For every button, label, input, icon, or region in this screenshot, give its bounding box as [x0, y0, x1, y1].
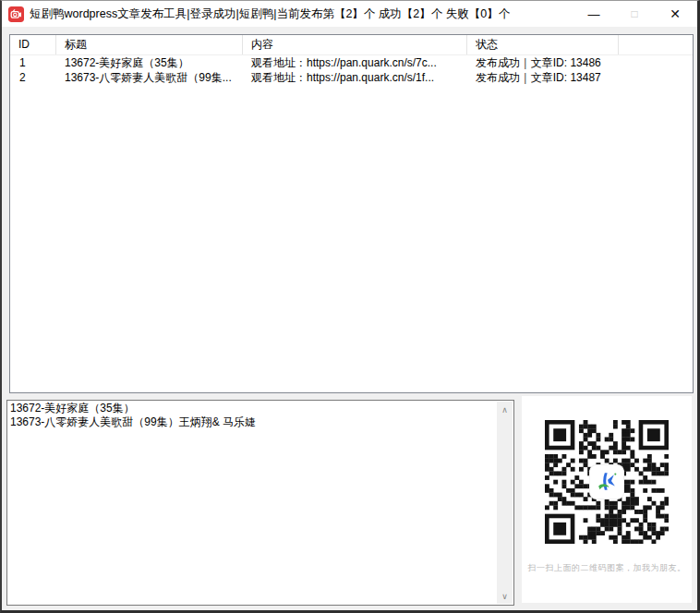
titlebar: 短剧鸭wordpress文章发布工具|登录成功|短剧鸭|当前发布第【2】个 成功… [2, 1, 697, 27]
minimize-button[interactable]: — [573, 1, 614, 27]
table-body: 113672-美好家庭（35集）观看地址：https://pan.quark.c… [10, 55, 693, 85]
qr-code [545, 420, 669, 544]
cell-id: 1 [10, 55, 56, 70]
close-button[interactable]: ✕ [655, 1, 695, 27]
scroll-down-icon[interactable]: ∨ [497, 588, 513, 604]
qr-caption: 扫一扫上面的二维码图案，加我为朋友。 [522, 562, 692, 574]
cell-id: 2 [10, 70, 56, 85]
column-header-content[interactable]: 内容 [243, 35, 467, 54]
cell-content: 观看地址：https://pan.quark.cn/s/7c... [243, 55, 467, 70]
qr-panel: 扫一扫上面的二维码图案，加我为朋友。 [522, 396, 692, 603]
app-window: 短剧鸭wordpress文章发布工具|登录成功|短剧鸭|当前发布第【2】个 成功… [0, 0, 700, 613]
titles-textarea[interactable]: 13672-美好家庭（35集）13673-八零娇妻人美歌甜（99集）王炳翔& 马… [6, 400, 514, 606]
cell-title: 13672-美好家庭（35集） [56, 55, 243, 70]
table-row[interactable]: 113672-美好家庭（35集）观看地址：https://pan.quark.c… [10, 55, 693, 70]
cell-status: 发布成功｜文章ID: 13486 [467, 55, 619, 70]
app-icon [8, 6, 24, 22]
window-title: 短剧鸭wordpress文章发布工具|登录成功|短剧鸭|当前发布第【2】个 成功… [30, 1, 510, 27]
column-header-id[interactable]: ID [10, 35, 56, 54]
publish-results-table: ID 标题 内容 状态 113672-美好家庭（35集）观看地址：https:/… [9, 34, 694, 393]
textarea-scrollbar[interactable]: ∧ ∨ [497, 402, 513, 604]
textarea-content: 13672-美好家庭（35集）13673-八零娇妻人美歌甜（99集）王炳翔& 马… [10, 402, 495, 603]
cell-filler [619, 55, 693, 70]
maximize-button[interactable]: □ [614, 1, 655, 27]
window-controls: — □ ✕ [573, 1, 695, 27]
cell-title: 13673-八零娇妻人美歌甜（99集... [56, 70, 243, 85]
column-header-title[interactable]: 标题 [56, 35, 243, 54]
cell-filler [619, 70, 693, 85]
column-header-filler [619, 35, 693, 54]
qr-center-logo-icon [590, 465, 623, 499]
column-header-status[interactable]: 状态 [467, 35, 619, 54]
scroll-up-icon[interactable]: ∧ [497, 402, 513, 417]
cell-status: 发布成功｜文章ID: 13487 [467, 70, 619, 85]
table-row[interactable]: 213673-八零娇妻人美歌甜（99集...观看地址：https://pan.q… [10, 70, 693, 85]
textarea-line: 13672-美好家庭（35集） [10, 402, 495, 415]
cell-content: 观看地址：https://pan.quark.cn/s/1f... [243, 70, 467, 85]
table-header: ID 标题 内容 状态 [10, 35, 693, 55]
textarea-line: 13673-八零娇妻人美歌甜（99集）王炳翔& 马乐婕 [10, 415, 495, 429]
